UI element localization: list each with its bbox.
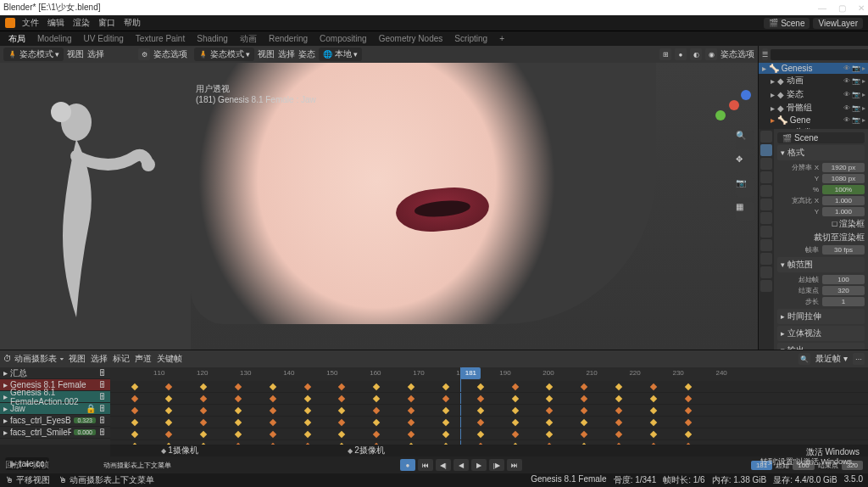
tab-output-icon[interactable]: [760, 144, 772, 156]
mode-selector-mid[interactable]: 🧍 姿态模式 ▾: [194, 48, 254, 61]
tab-scripting[interactable]: Scripting: [454, 34, 487, 43]
shading-solid-icon[interactable]: ●: [675, 48, 687, 60]
scene-selector[interactable]: 🎬 Scene: [764, 18, 810, 29]
viewport-tools: 🔍 ✥ 📷 ▦: [736, 131, 754, 221]
close-icon[interactable]: ✕: [858, 3, 865, 13]
dopesheet-tracks[interactable]: 1101201301401501601701801902002102202302…: [110, 367, 868, 445]
axis-x-icon[interactable]: [729, 100, 739, 110]
panel-stereo[interactable]: ▸ 立体视法: [777, 326, 865, 341]
tab-viewlayer-icon[interactable]: [760, 158, 772, 170]
vp-menu-pose[interactable]: 姿态: [298, 48, 315, 60]
tab-constraint-icon[interactable]: [760, 253, 772, 265]
panel-output[interactable]: ▾ 输出: [777, 343, 865, 350]
tab-compositing[interactable]: Compositing: [320, 34, 367, 43]
dopesheet-mode[interactable]: ⏱ 动画摄影表 ▾: [3, 353, 64, 365]
shading-material-icon[interactable]: ◐: [690, 48, 702, 60]
workspace-tabs: 布局 Modeling UV Editing Texture Paint Sha…: [0, 31, 868, 46]
panel-format[interactable]: ▾ 格式: [777, 145, 865, 160]
axis-z-icon[interactable]: [741, 90, 751, 100]
tl-menu-channel[interactable]: 声道: [135, 353, 152, 365]
tab-bone-icon[interactable]: [760, 280, 772, 292]
tab-rendering[interactable]: Rendering: [269, 34, 308, 43]
tl-more-icon[interactable]: ⋯: [853, 353, 865, 365]
jump-start-button[interactable]: ⏮: [418, 459, 433, 471]
mode-selector-left[interactable]: 🧍 姿态模式 ▾: [3, 48, 64, 61]
pose-options-left[interactable]: ⚙: [138, 48, 150, 60]
tab-modeling[interactable]: Modeling: [37, 34, 72, 43]
aspect-x-field[interactable]: 1.000: [822, 196, 865, 205]
panel-timestretch[interactable]: ▸ 时间拉伸: [777, 309, 865, 324]
outliner-header: ☰ ▼: [759, 46, 868, 63]
res-x-field[interactable]: 1920 px: [822, 163, 865, 172]
aspect-y-field[interactable]: 1.000: [822, 207, 865, 216]
tab-object-icon[interactable]: [760, 199, 772, 210]
zoom-icon[interactable]: 🔍: [736, 131, 754, 149]
channel-list[interactable]: ▸汇总🎚▸Genesis 8.1 Female🎚▸Genesis 8.1 Fem…: [0, 367, 110, 445]
tab-uv[interactable]: UV Editing: [84, 34, 124, 43]
shading-rendered-icon[interactable]: ◉: [705, 48, 717, 60]
res-pct-field[interactable]: 100%: [822, 185, 865, 194]
tab-texpaint[interactable]: Texture Paint: [136, 34, 185, 43]
vp-menu-select2[interactable]: 选择: [278, 48, 295, 60]
minimize-icon[interactable]: —: [818, 3, 826, 13]
play-button[interactable]: ▶: [471, 459, 487, 471]
tab-layout[interactable]: 布局: [8, 33, 25, 45]
viewlayer-selector[interactable]: ViewLayer: [813, 18, 863, 29]
menu-window[interactable]: 窗口: [98, 17, 115, 29]
outliner-mode-icon[interactable]: ☰: [762, 48, 768, 60]
tab-anim[interactable]: 动画: [240, 33, 257, 45]
tab-particle-icon[interactable]: [760, 226, 772, 238]
perspective-icon[interactable]: ▦: [736, 202, 754, 221]
vp-menu-view2[interactable]: 视图: [258, 48, 275, 60]
fps-field[interactable]: 30 fps: [822, 245, 865, 255]
tl-menu-key[interactable]: 关键帧: [157, 353, 182, 365]
scene-name-field[interactable]: 🎬 Scene: [777, 132, 865, 143]
jump-end-button[interactable]: ⏭: [507, 459, 522, 471]
outliner-tree[interactable]: ▸ 🦴Genesis👁 📷 ▸▸ ◆动画👁 📷 ▸▸ ◆姿态👁 📷 ▸▸ ◆骨骼…: [759, 63, 868, 129]
menu-help[interactable]: 帮助: [124, 17, 141, 29]
prev-key-button[interactable]: ◀|: [436, 459, 451, 471]
vp-menu-select[interactable]: 选择: [87, 48, 104, 60]
tab-scene-icon[interactable]: [760, 171, 772, 183]
autokey-button[interactable]: ●: [400, 459, 415, 471]
camera-view-icon[interactable]: 📷: [736, 178, 754, 197]
end-frame-field[interactable]: 320: [822, 286, 865, 295]
next-key-button[interactable]: |▶: [489, 459, 504, 471]
start-frame-field[interactable]: 100: [822, 275, 865, 284]
status-bar: 🖱 平移视图 🖱 动画摄影表上下文菜单 Genesis 8.1 Female 骨…: [0, 473, 868, 487]
tab-modifier-icon[interactable]: [760, 212, 772, 224]
menu-render[interactable]: 渲染: [73, 17, 90, 29]
axis-y-icon[interactable]: [715, 110, 726, 120]
tl-menu-marker[interactable]: 标记: [113, 353, 130, 365]
main-3d-viewport[interactable]: 用户透视 (181) Genesis 8.1 Female : Jaw 🔍 ✥ …: [191, 63, 758, 350]
outliner-search[interactable]: [771, 49, 868, 60]
orientation-selector[interactable]: 🌐 本地 ▾: [319, 48, 362, 61]
play-reverse-button[interactable]: ◀: [453, 459, 469, 471]
blender-logo-icon: [5, 18, 15, 28]
step-field[interactable]: 1: [822, 297, 865, 306]
nav-gizmo[interactable]: [715, 87, 753, 124]
tl-menu-select[interactable]: 选择: [91, 353, 108, 365]
tab-world-icon[interactable]: [760, 185, 772, 197]
move-view-icon[interactable]: ✥: [736, 154, 754, 173]
shading-wireframe-icon[interactable]: ⊞: [659, 48, 671, 60]
tab-add[interactable]: +: [499, 34, 504, 43]
tab-render-icon[interactable]: [760, 131, 772, 143]
tab-data-icon[interactable]: [760, 266, 772, 278]
tab-physics-icon[interactable]: [760, 239, 772, 251]
snap-mode[interactable]: 最近帧 ▾: [815, 353, 848, 365]
res-y-field[interactable]: 1080 px: [822, 174, 865, 183]
svg-point-2: [142, 158, 155, 171]
vp-menu-view[interactable]: 视图: [67, 48, 84, 60]
tl-menu-view[interactable]: 视图: [69, 353, 86, 365]
mid-viewport-header: 🧍 姿态模式 ▾ 视图 选择 姿态 🌐 本地 ▾ ⊞ ● ◐ ◉ 姿态选项: [191, 46, 758, 63]
tl-filter-icon[interactable]: 🔍: [798, 353, 810, 365]
maximize-icon[interactable]: ▢: [838, 3, 846, 13]
left-3d-viewport[interactable]: [0, 63, 191, 350]
panel-framerange[interactable]: ▾ 帧范围: [777, 257, 865, 272]
marker-region[interactable]: ◆ 1摄像机 ◆ 2摄像机: [110, 445, 868, 456]
menu-file[interactable]: 文件: [22, 17, 39, 29]
tab-geonodes[interactable]: Geometry Nodes: [379, 34, 443, 43]
tab-shading[interactable]: Shading: [197, 34, 228, 43]
menu-edit[interactable]: 编辑: [47, 17, 64, 29]
